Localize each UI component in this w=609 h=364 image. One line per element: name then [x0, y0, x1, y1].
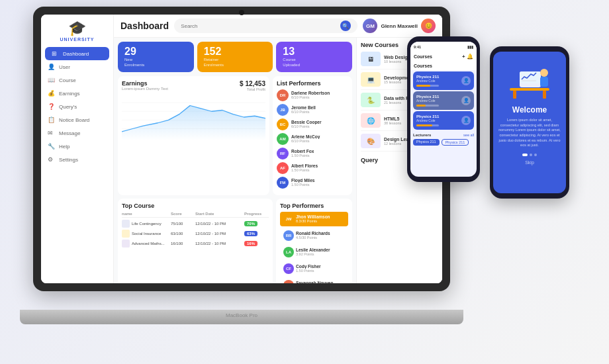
nav-items: ⊞ Dashboard 👤 User 📖 Course 💰	[41, 47, 113, 166]
row-score: 16/100	[171, 242, 195, 246]
performer-info: Floyd Miles 1.50 Points	[291, 178, 348, 187]
laptop: 🎓 UNIVERSITY ⊞ Dashboard 👤 User	[33, 7, 463, 338]
tp-name: Savannah Nguyen	[296, 281, 345, 283]
user-name: Glenn Maxwell	[381, 23, 418, 29]
sidebar-item-course[interactable]: 📖 Course	[41, 73, 113, 87]
help-icon: 🔧	[48, 143, 56, 150]
list-item: DR Darlene Robertson 6/10 Points	[277, 89, 348, 101]
course-icon	[122, 230, 130, 238]
phone-right-screen: Welcome Lorem ipsum dolor sit amet, cons…	[493, 52, 566, 193]
performer-info: Jerome Bell 6/10 Points	[291, 105, 348, 114]
welcome-dots	[522, 154, 537, 156]
row-date: 12/10/22 - 10 PM	[195, 242, 244, 246]
search-bar[interactable]: 🔍	[174, 19, 357, 33]
sidebar-label-user: User	[59, 64, 70, 70]
phone-progress-bar	[416, 105, 439, 107]
table-row: Life Contingency 75/100 12/10/22 - 10 PM…	[122, 220, 269, 228]
query-title: Query	[361, 157, 378, 163]
lecturer-tags: Physics 211 Physics 211	[410, 139, 477, 146]
message-icon: ✉	[48, 130, 56, 136]
top-performer-item: RR Ronald Richards 4.5/30 Points	[280, 228, 348, 243]
stat-label-course: CourseUploaded	[283, 58, 346, 68]
tp-score: 1.50 Points	[296, 269, 345, 273]
tp-avatar: LA	[283, 247, 294, 257]
performer-name: Arlene McCoy	[291, 134, 348, 139]
sidebar-label-dashboard: Dashboard	[63, 51, 89, 57]
sidebar-item-noticeboard[interactable]: 📋 Notice Board	[41, 113, 113, 126]
logo-area: 🎓 UNIVERSITY	[60, 20, 94, 42]
welcome-text: Lorem ipsum dolor sit amet, consectetur …	[498, 118, 561, 148]
search-input[interactable]	[181, 23, 337, 29]
dash-body: 29 NewEnrolments 152 RetainerEnrolments	[114, 38, 442, 283]
tp-info: Savannah Nguyen 1.50 Points	[296, 281, 345, 283]
tp-name: Ronald Richards	[296, 231, 345, 236]
row-name: Life Contingency	[122, 220, 171, 228]
sidebar: 🎓 UNIVERSITY ⊞ Dashboard 👤 User	[41, 15, 114, 283]
sidebar-item-user[interactable]: 👤 User	[41, 60, 113, 73]
table-row: Social Insurance 63/100 12/10/22 - 10 PM…	[122, 230, 269, 238]
sidebar-item-message[interactable]: ✉ Message	[41, 126, 113, 140]
earnings-amount: $ 12,453	[240, 80, 265, 87]
sidebar-item-earnings[interactable]: 💰 Earnings	[41, 87, 113, 100]
search-button[interactable]: 🔍	[340, 21, 351, 31]
dot-3	[534, 154, 537, 156]
performer-info: Arlene McCoy 6/10 Points	[291, 134, 348, 143]
earnings-icon: 💰	[48, 90, 56, 97]
sidebar-item-querys[interactable]: ❓ Query's	[41, 100, 113, 113]
phone-progress-bar	[416, 85, 439, 87]
top-performers-section: Top Performers JW Jhon Williamson 8.3/30…	[276, 199, 352, 283]
performer-score: 6/10 Points	[291, 110, 348, 114]
sidebar-item-dashboard[interactable]: ⊞ Dashboard	[45, 47, 109, 60]
row-progress: 70%	[244, 221, 269, 226]
tp-info: Jhon Williamson 8.3/30 Points	[296, 214, 345, 223]
top-course-title: Top Course	[122, 203, 269, 209]
top-performer-item: CF Cody Fisher 1.50 Points	[280, 261, 348, 276]
sidebar-item-help[interactable]: 🔧 Help	[41, 140, 113, 153]
row-name: Advanced Maths...	[122, 240, 171, 248]
course-thumb: 🌐	[361, 113, 381, 128]
list-item: AM Arlene McCoy 6/10 Points	[277, 133, 348, 145]
stats-row: 29 NewEnrolments 152 RetainerEnrolments	[118, 42, 352, 72]
phone-status-time: 9:41	[414, 45, 421, 49]
tp-info: Ronald Richards 4.5/30 Points	[296, 231, 345, 240]
dot-2	[530, 154, 532, 156]
performer-name: Jerome Bell	[291, 105, 348, 110]
welcome-title: Welcome	[512, 105, 547, 114]
col-name: name	[122, 212, 171, 216]
welcome-illustration	[503, 58, 556, 101]
laptop-outer: 🎓 UNIVERSITY ⊞ Dashboard 👤 User	[33, 7, 450, 291]
col-progress: Progress	[244, 212, 269, 216]
phone-user-icon: 👤	[461, 116, 471, 125]
course-thumb: 🐍	[361, 93, 381, 107]
tp-avatar: SN	[283, 280, 294, 283]
sidebar-label-noticeboard: Notice Board	[59, 117, 89, 123]
row-name: Social Insurance	[122, 230, 171, 238]
query-icon: ❓	[48, 103, 56, 110]
lecturer-tag-2: Physics 211	[442, 139, 469, 146]
see-all-link[interactable]: see all	[463, 133, 474, 137]
svg-rect-10	[540, 77, 548, 87]
stat-card-course: 13 CourseUploaded	[276, 42, 352, 72]
tp-score: 8.3/30 Points	[296, 219, 345, 223]
sidebar-label-settings: Settings	[59, 157, 78, 163]
skip-button[interactable]: Skip	[525, 160, 534, 165]
phone-course-card: Physics 211 Andrew Cole 👤	[413, 111, 474, 130]
phone-course-teacher: Andrew Cole	[416, 99, 439, 103]
page-title: Dashboard	[120, 21, 169, 31]
tp-avatar: RR	[283, 230, 294, 241]
top-performer-item: JW Jhon Williamson 8.3/30 Points	[280, 212, 348, 226]
list-item: AF Albert Flores 1.50 Points	[277, 162, 348, 174]
middle-row: Earnings Lorem-ipsum Dummy Text $ 12,453…	[118, 76, 352, 195]
phone-right: Welcome Lorem ipsum dolor sit amet, cons…	[490, 46, 569, 199]
performer-name: Bessie Cooper	[291, 120, 348, 124]
dashboard-icon: ⊞	[52, 50, 60, 57]
sidebar-item-settings[interactable]: ⚙ Settings	[41, 153, 113, 166]
list-item: BC Bessie Cooper 6/10 Points	[277, 118, 348, 130]
svg-rect-5	[513, 91, 516, 99]
phone-left-screen: 9:41 ▮▮▮ Courses + 🔔 Courses Physics 211…	[410, 42, 477, 177]
phone-course-info: Physics 211 Andrew Cole	[416, 114, 439, 126]
sidebar-label-querys: Query's	[59, 104, 77, 110]
performer-avatar: RF	[277, 148, 289, 159]
row-score: 63/100	[171, 232, 195, 236]
phone-course-teacher: Andrew Cole	[416, 79, 439, 83]
